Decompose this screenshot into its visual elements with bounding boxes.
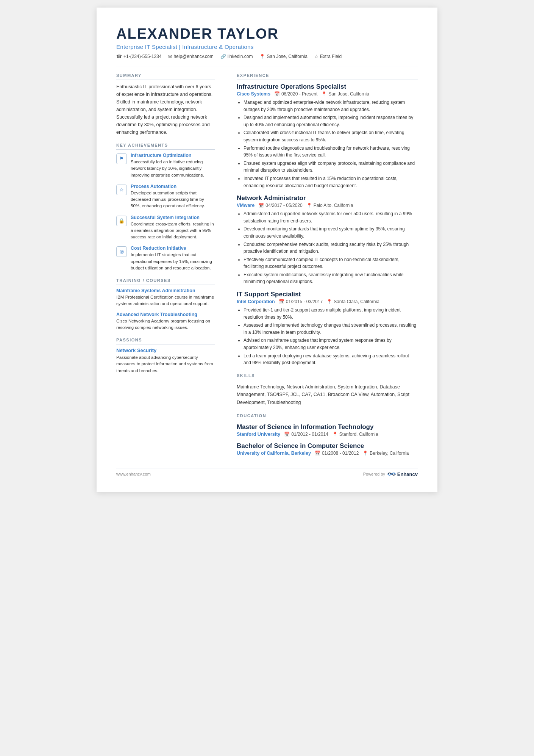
bullet-3-1: Provided tier-1 and tier-2 support acros… bbox=[244, 307, 418, 321]
contact-phone: ☎ +1-(234)-555-1234 bbox=[116, 54, 161, 59]
training-item-1: Mainframe Systems Administration IBM Pro… bbox=[116, 288, 215, 307]
bullet-2-1: Administered and supported network syste… bbox=[244, 210, 418, 224]
location-icon: 📍 bbox=[259, 54, 265, 59]
edu-1: Master of Science in Information Technol… bbox=[237, 423, 418, 437]
job-location-2: 📍 Palo Alto, California bbox=[306, 203, 353, 208]
edu-location-1: 📍 Stanford, California bbox=[332, 432, 378, 437]
edu-calendar-icon-2: 📅 bbox=[315, 451, 320, 456]
achievement-item-4: ◎ Cost Reduction Initiative Implemented … bbox=[116, 246, 215, 271]
job-title-1: Infrastructure Operations Specialist bbox=[237, 83, 418, 91]
candidate-title: Enterprise IT Specialist | Infrastructur… bbox=[116, 44, 418, 50]
achievement-title-4: Cost Reduction Initiative bbox=[131, 246, 215, 251]
job-company-1: Cisco Systems bbox=[237, 91, 270, 97]
powered-by-text: Powered by bbox=[363, 472, 385, 476]
edu-location-icon-2: 📍 bbox=[362, 451, 368, 456]
summary-text: Enthusiastic IT professional with over 6… bbox=[116, 83, 215, 136]
bullet-3-3: Advised on mainframe upgrades that impro… bbox=[244, 337, 418, 351]
bullet-1-3: Collaborated with cross-functional IT te… bbox=[244, 129, 418, 143]
bullet-1-1: Managed and optimized enterprise-wide ne… bbox=[244, 99, 418, 113]
bullet-1-5: Ensured system upgrades align with compa… bbox=[244, 160, 418, 174]
summary-section-title: SUMMARY bbox=[116, 73, 215, 80]
job-company-2: VMware bbox=[237, 203, 255, 208]
bullet-2-5: Executed system modifications, seamlessl… bbox=[244, 271, 418, 285]
passions-section-title: PASSIONS bbox=[116, 338, 215, 344]
job-bullets-3: Provided tier-1 and tier-2 support acros… bbox=[237, 307, 418, 366]
achievement-title-1: Infrastructure Optimization bbox=[131, 153, 215, 158]
achievement-item-3: 🔒 Successful System Integration Coordina… bbox=[116, 215, 215, 241]
calendar-icon-3: 📅 bbox=[279, 299, 284, 304]
edu-school-2: University of California, Berkeley bbox=[237, 451, 311, 456]
achievements-section-title: KEY ACHIEVEMENTS bbox=[116, 143, 215, 150]
job-dates-3: 📅 01/2015 - 03/2017 bbox=[279, 299, 323, 304]
enhancv-logo-icon bbox=[387, 471, 396, 477]
job-dates-2: 📅 04/2017 - 05/2020 bbox=[258, 203, 302, 208]
calendar-icon-1: 📅 bbox=[274, 91, 280, 97]
edu-2: Bachelor of Science in Computer Science … bbox=[237, 442, 418, 456]
job-title-3: IT Support Specialist bbox=[237, 291, 418, 298]
education-section-title: EDUCATION bbox=[237, 413, 418, 420]
star-outline-icon: ☆ bbox=[119, 187, 124, 193]
passion-desc-1: Passionate about advancing cybersecurity… bbox=[116, 354, 215, 374]
experience-section-title: EXPERIENCE bbox=[237, 73, 418, 80]
edu-dates-2: 📅 01/2008 - 01/2012 bbox=[315, 451, 359, 456]
right-column: EXPERIENCE Infrastructure Operations Spe… bbox=[226, 66, 418, 456]
header: ALEXANDER TAYLOR Enterprise IT Specialis… bbox=[116, 26, 418, 66]
main-columns: SUMMARY Enthusiastic IT professional wit… bbox=[116, 66, 418, 456]
contact-bar: ☎ +1-(234)-555-1234 ✉ help@enhancv.com 🔗… bbox=[116, 54, 418, 59]
bullet-1-4: Performed routine diagnostics and troubl… bbox=[244, 145, 418, 159]
contact-location: 📍 San Jose, California bbox=[259, 54, 307, 59]
footer: www.enhancv.com Powered by Enhancv bbox=[116, 468, 418, 477]
contact-email: ✉ help@enhancv.com bbox=[168, 54, 213, 59]
resume-page: ALEXANDER TAYLOR Enterprise IT Specialis… bbox=[97, 8, 437, 492]
achievement-title-2: Process Automation bbox=[131, 184, 215, 189]
training-title-2: Advanced Network Troubleshooting bbox=[116, 312, 215, 317]
job-2: Network Administrator VMware 📅 04/2017 -… bbox=[237, 194, 418, 285]
edu-dates-1: 📅 01/2012 - 01/2014 bbox=[284, 432, 328, 437]
job-location-1: 📍 San Jose, California bbox=[321, 91, 369, 97]
achievement-content-3: Successful System Integration Coordinate… bbox=[131, 215, 215, 241]
contact-extra: ☆ Extra Field bbox=[314, 54, 342, 59]
training-section-title: TRAINING / COURSES bbox=[116, 278, 215, 285]
phone-icon: ☎ bbox=[116, 54, 122, 59]
edu-meta-1: Stanford University 📅 01/2012 - 01/2014 … bbox=[237, 432, 418, 437]
bullet-2-4: Effectively communicated complex IT conc… bbox=[244, 256, 418, 270]
achievement-desc-2: Developed automation scripts that decrea… bbox=[131, 190, 215, 210]
location-icon-2: 📍 bbox=[306, 203, 312, 208]
edu-calendar-icon-1: 📅 bbox=[284, 432, 290, 437]
achievement-icon-wrap-1: ⚑ bbox=[116, 153, 127, 164]
bullet-1-6: Innovated IT processes that resulted in … bbox=[244, 175, 418, 189]
pin-icon: ◎ bbox=[120, 249, 124, 255]
edu-degree-2: Bachelor of Science in Computer Science bbox=[237, 442, 418, 450]
achievement-icon-wrap-2: ☆ bbox=[116, 185, 127, 195]
brand-name: Enhancv bbox=[397, 471, 418, 477]
star-icon: ☆ bbox=[314, 54, 319, 59]
achievement-content-1: Infrastructure Optimization Successfully… bbox=[131, 153, 215, 178]
edu-location-2: 📍 Berkeley, California bbox=[362, 451, 409, 456]
job-bullets-2: Administered and supported network syste… bbox=[237, 210, 418, 285]
edu-school-1: Stanford University bbox=[237, 432, 280, 437]
achievement-item-1: ⚑ Infrastructure Optimization Successful… bbox=[116, 153, 215, 178]
skills-text: Mainframe Technology, Network Administra… bbox=[237, 383, 418, 407]
flag-icon: ⚑ bbox=[119, 156, 124, 162]
lock-icon: 🔒 bbox=[119, 218, 125, 224]
achievement-title-3: Successful System Integration bbox=[131, 215, 215, 220]
achievement-content-4: Cost Reduction Initiative Implemented IT… bbox=[131, 246, 215, 271]
training-desc-1: IBM Professional Certification course in… bbox=[116, 294, 215, 307]
job-meta-1: Cisco Systems 📅 06/2020 - Present 📍 San … bbox=[237, 91, 418, 97]
job-1: Infrastructure Operations Specialist Cis… bbox=[237, 83, 418, 189]
training-title-1: Mainframe Systems Administration bbox=[116, 288, 215, 293]
achievement-icon-wrap-3: 🔒 bbox=[116, 216, 127, 226]
achievement-desc-1: Successfully led an initiative reducing … bbox=[131, 159, 215, 178]
bullet-2-3: Conducted comprehensive network audits, … bbox=[244, 241, 418, 255]
email-icon: ✉ bbox=[168, 54, 172, 59]
bullet-2-2: Developed monitoring standards that impr… bbox=[244, 225, 418, 239]
job-location-3: 📍 Santa Clara, California bbox=[326, 299, 379, 304]
training-item-2: Advanced Network Troubleshooting Cisco N… bbox=[116, 312, 215, 331]
contact-linkedin: 🔗 linkedin.com bbox=[220, 54, 253, 59]
skills-section-title: SKILLS bbox=[237, 373, 418, 380]
enhancv-logo: Enhancv bbox=[387, 471, 418, 477]
linkedin-icon: 🔗 bbox=[220, 54, 226, 59]
location-icon-3: 📍 bbox=[326, 299, 332, 304]
job-meta-3: Intel Corporation 📅 01/2015 - 03/2017 📍 … bbox=[237, 299, 418, 304]
footer-website: www.enhancv.com bbox=[116, 472, 151, 476]
